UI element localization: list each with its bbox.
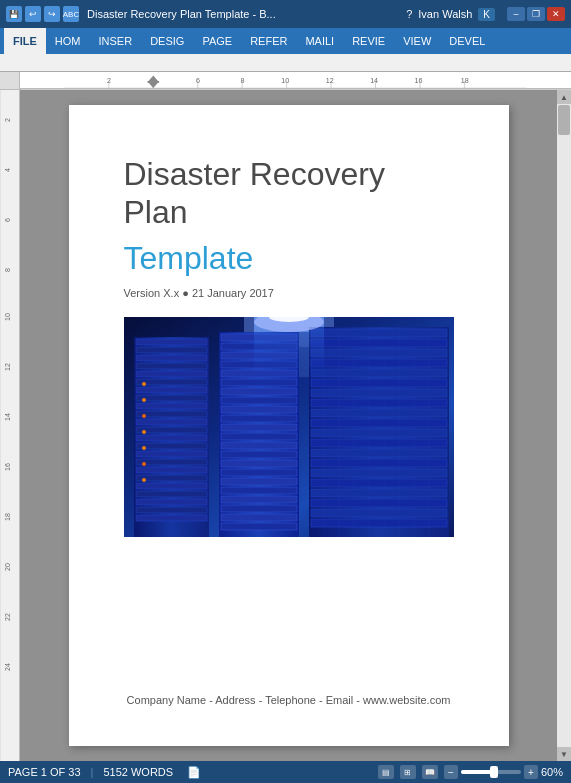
- undo-icon[interactable]: ↩: [25, 6, 41, 22]
- svg-rect-111: [311, 509, 447, 517]
- view-web-button[interactable]: ⊞: [400, 765, 416, 779]
- scrollbar-vertical[interactable]: ▲ ▼: [557, 90, 571, 761]
- status-separator: |: [91, 766, 94, 778]
- svg-rect-93: [311, 329, 447, 337]
- tab-developer[interactable]: DEVEL: [440, 28, 494, 54]
- tab-page[interactable]: PAGE: [193, 28, 241, 54]
- status-bar: PAGE 1 OF 33 | 5152 WORDS 📄 ▤ ⊞ 📖 − + 60…: [0, 761, 571, 783]
- svg-rect-91: [221, 523, 297, 530]
- restore-button[interactable]: ❐: [527, 7, 545, 21]
- svg-rect-104: [311, 439, 447, 447]
- horizontal-ruler: 2 4 6 8 10 12 14 16 18: [20, 72, 571, 89]
- svg-text:8: 8: [4, 268, 11, 272]
- svg-rect-39: [136, 339, 207, 345]
- svg-rect-89: [221, 505, 297, 512]
- title-bar-left: 💾 ↩ ↪ ABC Disaster Recovery Plan Templat…: [6, 6, 276, 22]
- svg-rect-102: [311, 419, 447, 427]
- svg-rect-41: [136, 355, 207, 361]
- svg-text:16: 16: [4, 463, 11, 471]
- svg-text:22: 22: [4, 613, 11, 621]
- scroll-up-button[interactable]: ▲: [557, 90, 571, 104]
- svg-rect-80: [221, 424, 297, 431]
- svg-rect-97: [311, 369, 447, 377]
- ruler-top: 2 4 6 8 10 12 14 16 18: [0, 72, 571, 90]
- svg-point-68: [142, 478, 146, 482]
- svg-text:20: 20: [4, 563, 11, 571]
- server-image: [124, 317, 454, 537]
- svg-rect-90: [221, 514, 297, 521]
- scroll-thumb[interactable]: [558, 105, 570, 135]
- svg-point-63: [142, 398, 146, 402]
- zoom-in-button[interactable]: +: [524, 765, 538, 779]
- zoom-slider[interactable]: [461, 770, 521, 774]
- zoom-area: − + 60%: [444, 765, 563, 779]
- title-bar: 💾 ↩ ↪ ABC Disaster Recovery Plan Templat…: [0, 0, 571, 28]
- svg-text:4: 4: [4, 168, 11, 172]
- svg-rect-110: [311, 499, 447, 507]
- help-button[interactable]: ?: [406, 8, 412, 20]
- minimize-button[interactable]: –: [507, 7, 525, 21]
- svg-text:24: 24: [4, 663, 11, 671]
- scroll-track[interactable]: [557, 104, 571, 747]
- user-badge: K: [478, 8, 495, 21]
- svg-rect-98: [311, 379, 447, 387]
- svg-rect-61: [136, 515, 207, 521]
- document-area: Disaster Recovery Plan Template Version …: [20, 90, 557, 761]
- svg-point-67: [142, 462, 146, 466]
- doc-icon: 📄: [187, 766, 201, 779]
- zoom-level: 60%: [541, 766, 563, 778]
- svg-point-64: [142, 414, 146, 418]
- svg-text:18: 18: [4, 513, 11, 521]
- close-button[interactable]: ✕: [547, 7, 565, 21]
- tab-view[interactable]: VIEW: [394, 28, 440, 54]
- svg-rect-86: [221, 478, 297, 485]
- save-icon[interactable]: 💾: [6, 6, 22, 22]
- svg-rect-84: [221, 460, 297, 467]
- document-page: Disaster Recovery Plan Template Version …: [69, 105, 509, 746]
- ribbon: FILE HOM INSER DESIG PAGE REFER MAILI RE…: [0, 28, 571, 72]
- user-name: Ivan Walsh: [418, 8, 472, 20]
- svg-rect-43: [136, 371, 207, 377]
- tab-insert[interactable]: INSER: [90, 28, 142, 54]
- tab-file[interactable]: FILE: [4, 28, 46, 54]
- svg-rect-95: [311, 349, 447, 357]
- svg-rect-45: [136, 387, 207, 393]
- view-print-button[interactable]: ▤: [378, 765, 394, 779]
- page-info: PAGE 1 OF 33: [8, 766, 81, 778]
- vertical-ruler: 2 4 6 8 10 12 14 16 18 20 22 24: [0, 90, 20, 761]
- spelling-icon[interactable]: ABC: [63, 6, 79, 22]
- main-area: 2 4 6 8 10 12 14 16 18 20 22 24 Disaster…: [0, 90, 571, 761]
- svg-rect-55: [136, 467, 207, 473]
- zoom-slider-thumb: [490, 766, 498, 778]
- tab-review[interactable]: REVIE: [343, 28, 394, 54]
- svg-text:14: 14: [370, 77, 378, 85]
- svg-rect-48: [136, 411, 207, 417]
- svg-rect-40: [136, 347, 207, 353]
- tab-mailings[interactable]: MAILI: [296, 28, 343, 54]
- svg-rect-88: [221, 496, 297, 503]
- zoom-out-button[interactable]: −: [444, 765, 458, 779]
- svg-rect-49: [136, 419, 207, 425]
- svg-rect-83: [221, 451, 297, 458]
- title-line2: Plan: [124, 194, 188, 230]
- svg-text:14: 14: [4, 413, 11, 421]
- svg-point-66: [142, 446, 146, 450]
- svg-text:16: 16: [415, 77, 423, 85]
- scroll-down-button[interactable]: ▼: [557, 747, 571, 761]
- svg-rect-96: [311, 359, 447, 367]
- document-subtitle: Template: [124, 240, 454, 277]
- view-read-button[interactable]: 📖: [422, 765, 438, 779]
- svg-rect-109: [311, 489, 447, 497]
- tab-references[interactable]: REFER: [241, 28, 296, 54]
- tab-home[interactable]: HOM: [46, 28, 90, 54]
- tab-design[interactable]: DESIG: [141, 28, 193, 54]
- svg-rect-81: [221, 433, 297, 440]
- title-line1: Disaster Recovery: [124, 156, 385, 192]
- svg-text:2: 2: [4, 118, 11, 122]
- svg-rect-58: [136, 491, 207, 497]
- svg-text:12: 12: [4, 363, 11, 371]
- redo-icon[interactable]: ↪: [44, 6, 60, 22]
- title-bar-icons: 💾 ↩ ↪ ABC: [6, 6, 79, 22]
- svg-rect-103: [311, 429, 447, 437]
- svg-rect-105: [311, 449, 447, 457]
